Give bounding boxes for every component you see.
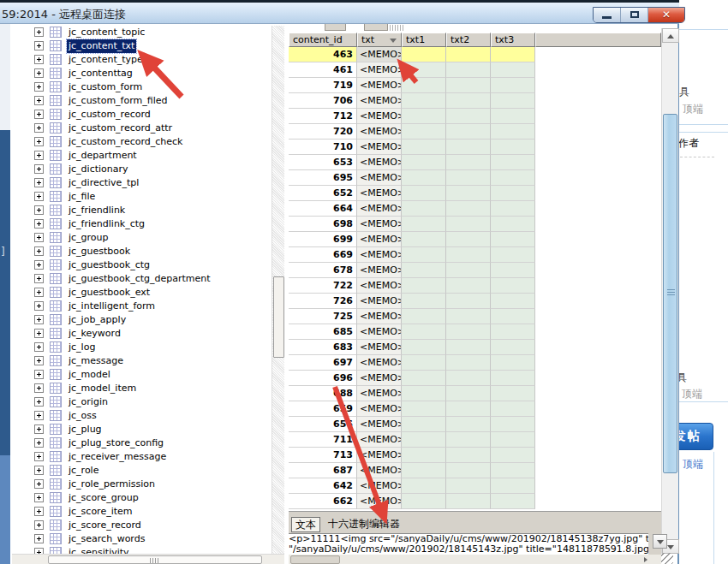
cell-txt3[interactable] — [491, 324, 535, 340]
cell-content-id[interactable]: 653 — [289, 155, 357, 170]
cell-txt3[interactable] — [491, 494, 535, 509]
expand-plus-icon[interactable] — [34, 96, 44, 105]
cell-memo[interactable]: <MEMO> — [357, 217, 402, 232]
cell-memo[interactable]: <MEMO> — [357, 294, 402, 309]
tree-item-label[interactable]: jc_score_group — [67, 491, 140, 505]
grid-row[interactable]: 678<MEMO> — [289, 263, 661, 278]
tree-item[interactable]: jc_friendlink — [12, 204, 272, 217]
tree-item-label[interactable]: jc_custom_form — [67, 80, 144, 94]
cell-txt2[interactable] — [446, 232, 491, 247]
cell-txt2[interactable] — [446, 294, 491, 309]
expand-plus-icon[interactable] — [34, 301, 44, 311]
tree-item[interactable]: jc_friendlink_ctg — [12, 217, 272, 231]
cell-txt3[interactable] — [491, 371, 535, 386]
cell-memo[interactable]: <MEMO> — [357, 478, 402, 494]
tree-item[interactable]: jc_custom_form — [12, 80, 272, 94]
cell-content-id[interactable]: 720 — [289, 124, 357, 140]
close-button[interactable]: ✕ — [648, 8, 684, 22]
tree-item-label[interactable]: jc_contenttag — [67, 67, 134, 80]
expand-plus-icon[interactable] — [34, 370, 44, 379]
cell-txt3[interactable] — [491, 47, 535, 62]
tree-item[interactable]: jc_custom_record_check — [12, 135, 272, 149]
cell-txt1[interactable] — [402, 109, 446, 124]
cell-txt2[interactable] — [446, 463, 491, 478]
tree-item[interactable]: jc_guestbook — [12, 245, 272, 258]
cell-memo[interactable]: <MEMO> — [357, 278, 402, 294]
cell-memo[interactable]: <MEMO> — [357, 309, 402, 324]
cell-txt3[interactable] — [491, 401, 535, 417]
tree-vertical-scrollbar[interactable] — [272, 26, 284, 554]
tree-item[interactable]: jc_intelligent_form — [12, 300, 272, 313]
cell-txt1[interactable] — [402, 371, 446, 386]
tree-item[interactable]: jc_search_words — [12, 532, 272, 546]
grid-row[interactable]: 711<MEMO> — [289, 432, 661, 448]
cell-memo[interactable]: <MEMO> — [357, 494, 402, 509]
cell-txt3[interactable] — [491, 294, 535, 309]
cell-txt1[interactable] — [402, 93, 446, 109]
tree-item-label[interactable]: jc_dictionary — [67, 163, 130, 176]
tree-item[interactable]: jc_sensitivity — [12, 546, 272, 554]
cell-memo[interactable]: <MEMO> — [357, 448, 402, 463]
cell-memo[interactable]: <MEMO> — [357, 340, 402, 355]
cell-memo[interactable]: <MEMO> — [357, 78, 402, 93]
tree-item-label[interactable]: jc_sensitivity — [67, 546, 131, 554]
cell-txt2[interactable] — [446, 494, 491, 509]
tree-item[interactable]: jc_model_item — [12, 382, 272, 395]
grid-row[interactable]: 706<MEMO> — [289, 93, 661, 109]
grid-row[interactable]: 697<MEMO> — [289, 355, 661, 371]
cell-txt1[interactable] — [402, 294, 446, 309]
cell-memo[interactable]: <MEMO> — [357, 371, 402, 386]
cell-txt1[interactable] — [402, 355, 446, 371]
tree-item[interactable]: jc_custom_record — [12, 108, 272, 122]
column-header-txt2[interactable]: txt2 — [446, 33, 491, 47]
tree-item[interactable]: jc_custom_form_filed — [12, 94, 272, 108]
cell-txt3[interactable] — [491, 124, 535, 140]
expand-plus-icon[interactable] — [34, 205, 44, 215]
grid-row[interactable]: 664<MEMO> — [289, 201, 661, 217]
grid-row[interactable]: 656<MEMO> — [289, 417, 661, 432]
grid-row[interactable]: 687<MEMO> — [289, 463, 661, 478]
tree-item-label[interactable]: jc_guestbook_ext — [67, 286, 152, 300]
grid-row[interactable]: 725<MEMO> — [289, 309, 661, 324]
expand-plus-icon[interactable] — [34, 452, 44, 461]
cell-txt2[interactable] — [446, 263, 491, 278]
column-header-content-id[interactable]: content_id — [289, 33, 357, 47]
tree-item-label[interactable]: jc_search_words — [67, 532, 146, 546]
cell-txt1[interactable] — [402, 432, 446, 448]
cell-memo[interactable]: <MEMO> — [357, 463, 402, 478]
tree-item[interactable]: jc_plug_store_config — [12, 436, 272, 450]
cell-txt2[interactable] — [446, 401, 491, 417]
expand-plus-icon[interactable] — [34, 110, 44, 119]
tree-item[interactable]: jc_message — [12, 354, 272, 368]
cell-content-id[interactable]: 719 — [289, 78, 357, 93]
cell-txt1[interactable] — [402, 340, 446, 355]
tree-item[interactable]: jc_job_apply — [12, 313, 272, 327]
tree-item-label[interactable]: jc_guestbook_ctg — [67, 258, 152, 272]
tree-item[interactable]: jc_guestbook_ctg — [12, 258, 272, 272]
cell-content-id[interactable]: 726 — [289, 294, 357, 309]
cell-memo[interactable]: <MEMO> — [357, 47, 402, 62]
cell-content-id[interactable]: 711 — [289, 432, 357, 448]
tree-item-label[interactable]: jc_friendlink — [67, 204, 127, 217]
cell-txt2[interactable] — [446, 170, 491, 186]
cell-txt1[interactable] — [402, 217, 446, 232]
cell-txt2[interactable] — [446, 47, 491, 62]
tree-item[interactable]: jc_content_topic — [12, 26, 272, 39]
grid-row[interactable]: 659<MEMO> — [289, 401, 661, 417]
tree-item[interactable]: jc_origin — [12, 395, 272, 409]
cell-txt1[interactable] — [402, 47, 446, 62]
tree-item-label[interactable]: jc_content_topic — [67, 26, 146, 39]
grid-row[interactable]: 695<MEMO> — [289, 170, 661, 186]
cell-txt3[interactable] — [491, 432, 535, 448]
cell-content-id[interactable]: 687 — [289, 463, 357, 478]
cell-txt2[interactable] — [446, 155, 491, 170]
expand-plus-icon[interactable] — [34, 137, 44, 146]
cell-txt1[interactable] — [402, 478, 446, 494]
tree-item-label[interactable]: jc_friendlink_ctg — [67, 217, 146, 231]
tree-item[interactable]: jc_log — [12, 341, 272, 354]
cell-content-id[interactable]: 662 — [289, 494, 357, 509]
expand-plus-icon[interactable] — [34, 493, 44, 502]
column-filter-dropdown-icon[interactable] — [390, 39, 397, 43]
cell-txt2[interactable] — [446, 355, 491, 371]
cell-txt1[interactable] — [402, 494, 446, 509]
